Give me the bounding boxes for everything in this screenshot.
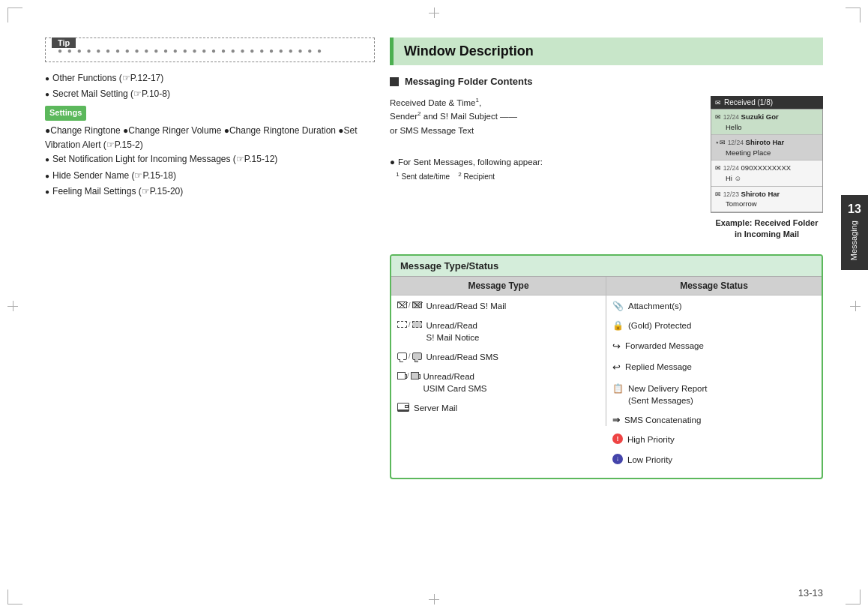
phone-row-1: ✉ 12/24 Suzuki Gor Hello bbox=[711, 110, 822, 135]
corner-mark-br bbox=[846, 590, 861, 604]
usim-label: Unread/ReadUSIM Card SMS bbox=[424, 370, 487, 394]
msg-row-smail-notice: / Unread/ReadS! Mail Notice bbox=[397, 320, 600, 344]
replied-label: Replied Message bbox=[625, 361, 692, 373]
status-row-high-priority: ! High Priority bbox=[612, 434, 816, 446]
corner-mark-tr bbox=[846, 8, 861, 22]
low-priority-label: Low Priority bbox=[627, 454, 672, 466]
sms-concat-label: SMS Concatenating bbox=[624, 414, 701, 426]
msg-icon-sms: / bbox=[397, 352, 422, 362]
sent-note-detail: 1 Sent date/time 2 Recipient bbox=[390, 172, 495, 181]
settings-bullet-2: Set Notification Light for Incoming Mess… bbox=[45, 152, 375, 166]
tip-bullet-1: Other Functions (☞P.12-17) bbox=[45, 71, 375, 86]
phone-body: ✉ 12/24 Suzuki Gor Hello ⋆✉ 12/24 Shirot… bbox=[711, 109, 823, 213]
msg-row-server: Server Mail bbox=[397, 402, 600, 414]
folder-desc-line: Received Date & Time1, Sender2 and S! Ma… bbox=[390, 96, 702, 137]
status-row-replied: ↩ Replied Message bbox=[612, 361, 816, 374]
msg-row-sms: / Unread/Read SMS bbox=[397, 351, 600, 363]
msg-status-column: Message Status 📎 Attachment(s) 🔒 (Gold) … bbox=[606, 277, 822, 478]
cross-left bbox=[7, 301, 18, 311]
attachment-label: Attachment(s) bbox=[628, 300, 682, 312]
phone-header-text: Received (1/8) bbox=[724, 98, 773, 106]
folder-description: Received Date & Time1, Sender2 and S! Ma… bbox=[390, 96, 702, 183]
phone-caption: Example: Received Folderin Incoming Mail bbox=[711, 218, 823, 241]
phone-row-3: ✉ 12/24 090XXXXXXXX Hi ☺ bbox=[711, 160, 822, 186]
chapter-tab: 13 Messaging bbox=[841, 195, 868, 270]
left-panel: Tip ● ● ● ● ● ● ● ● ● ● ● ● ● ● ● ● ● ● … bbox=[45, 38, 375, 574]
settings-item-1: ●Change Ringtone ●Change Ringer Volume ●… bbox=[45, 124, 375, 152]
msg-row-usim: / Unread/ReadUSIM Card SMS bbox=[397, 370, 600, 394]
status-row-forwarded: ↪ Forwarded Message bbox=[612, 340, 816, 353]
msg-icon-smail: / bbox=[397, 301, 422, 310]
delivery-label: New Delivery Report(Sent Messages) bbox=[628, 382, 707, 406]
tip-dots: ● ● ● ● ● ● ● ● ● ● ● ● ● ● ● ● ● ● ● ● … bbox=[58, 46, 323, 55]
settings-label: Settings bbox=[45, 106, 86, 121]
tip-content: Other Functions (☞P.12-17) Secret Mail S… bbox=[45, 71, 375, 199]
right-panel: Window Description Messaging Folder Cont… bbox=[390, 38, 823, 574]
high-priority-icon: ! bbox=[612, 434, 623, 444]
corner-mark-tl bbox=[7, 8, 22, 22]
sent-note-intro: For Sent Messages, following appear: bbox=[390, 158, 543, 166]
sent-note: For Sent Messages, following appear: 1 S… bbox=[390, 155, 702, 183]
phone-row-4: ✉ 12/23 Shiroto Har Tomorrow bbox=[711, 187, 822, 212]
phone-mockup: ✉ Received (1/8) ✉ 12/24 Suzuki Gor Hell… bbox=[711, 96, 823, 241]
msg-status-col-body: 📎 Attachment(s) 🔒 (Gold) Protected ↪ For… bbox=[606, 296, 822, 478]
status-row-delivery: 📋 New Delivery Report(Sent Messages) bbox=[612, 382, 816, 406]
sms-concat-icon: ⇒ bbox=[612, 414, 620, 427]
settings-bullet-4: Feeling Mail Settings (☞P.15-20) bbox=[45, 184, 375, 199]
msg-icon-usim: / bbox=[397, 371, 419, 381]
section-title-text: Messaging Folder Contents bbox=[405, 76, 532, 87]
replied-icon: ↩ bbox=[612, 361, 621, 374]
msg-type-column: Message Type / bbox=[391, 277, 606, 478]
server-mail-label: Server Mail bbox=[414, 402, 457, 414]
protected-label: (Gold) Protected bbox=[628, 320, 691, 332]
msg-row-smail: / Unread/Read S! Mail bbox=[397, 300, 600, 312]
chapter-label: Messaging bbox=[849, 220, 860, 260]
window-title: Window Description bbox=[404, 44, 534, 58]
status-row-low-priority: ↓ Low Priority bbox=[612, 454, 816, 466]
protected-icon: 🔒 bbox=[612, 320, 624, 332]
message-type-box: Message Type/Status Message Type / bbox=[390, 254, 823, 479]
settings-bullet-3: Hide Sender Name (☞P.15-18) bbox=[45, 169, 375, 183]
page-number: 13-13 bbox=[798, 587, 823, 598]
delivery-icon: 📋 bbox=[612, 382, 624, 395]
cross-right bbox=[850, 301, 861, 311]
corner-mark-bl bbox=[7, 590, 22, 604]
attachment-icon: 📎 bbox=[612, 300, 624, 313]
forwarded-icon: ↪ bbox=[612, 340, 621, 353]
tip-box: Tip ● ● ● ● ● ● ● ● ● ● ● ● ● ● ● ● ● ● … bbox=[45, 38, 375, 62]
low-priority-icon: ↓ bbox=[612, 454, 623, 464]
window-description-header: Window Description bbox=[390, 38, 823, 65]
msg-icon-smail-notice: / bbox=[397, 320, 422, 330]
tip-label: Tip bbox=[52, 38, 76, 48]
msg-type-col-body: / Unread/Read S! Mail / bbox=[391, 296, 606, 427]
status-row-protected: 🔒 (Gold) Protected bbox=[612, 320, 816, 332]
smail-notice-label: Unread/ReadS! Mail Notice bbox=[427, 320, 480, 344]
phone-row-2: ⋆✉ 12/24 Shiroto Har Meeting Place bbox=[711, 135, 822, 160]
folder-area: Received Date & Time1, Sender2 and S! Ma… bbox=[390, 96, 823, 241]
cross-top bbox=[429, 8, 439, 18]
forwarded-label: Forwarded Message bbox=[625, 340, 704, 352]
msg-type-col-header: Message Type bbox=[391, 277, 606, 296]
chapter-number: 13 bbox=[844, 201, 865, 218]
phone-header: ✉ Received (1/8) bbox=[711, 96, 823, 109]
sms-label: Unread/Read SMS bbox=[427, 351, 499, 363]
high-priority-label: High Priority bbox=[627, 434, 675, 446]
msg-status-col-header: Message Status bbox=[606, 277, 822, 296]
msg-type-title: Message Type/Status bbox=[391, 256, 822, 277]
smail-label: Unread/Read S! Mail bbox=[427, 300, 507, 312]
msg-table: Message Type / bbox=[391, 277, 822, 478]
cross-bottom bbox=[429, 594, 439, 604]
status-row-sms-concat: ⇒ SMS Concatenating bbox=[612, 414, 816, 427]
tip-bullet-2: Secret Mail Setting (☞P.10-8) bbox=[45, 87, 375, 101]
status-row-attachment: 📎 Attachment(s) bbox=[612, 300, 816, 313]
msg-icon-server bbox=[397, 403, 409, 412]
section-title: Messaging Folder Contents bbox=[390, 76, 823, 87]
